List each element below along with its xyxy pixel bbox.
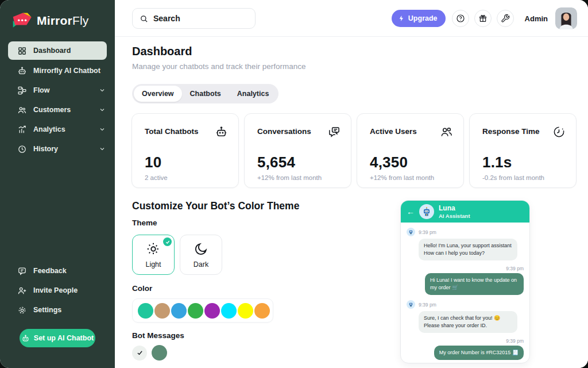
back-arrow-icon[interactable]: ← <box>407 208 415 216</box>
search-box[interactable] <box>132 8 256 29</box>
brand-logo: MirrorFly <box>0 0 115 30</box>
bot-message-meta: 9:39 pm <box>407 300 524 309</box>
moon-icon <box>194 241 208 256</box>
bot-message-bubble: Hello! I'm Luna, your support assistant … <box>419 239 517 260</box>
sidebar-item-label: Analytics <box>33 125 65 133</box>
color-swatch[interactable] <box>204 303 220 319</box>
tab-overview[interactable]: Overview <box>134 86 182 102</box>
sidebar: MirrorFly Dashboard Mirrorfly AI Chatbot… <box>0 0 115 368</box>
color-swatch[interactable] <box>171 303 187 319</box>
color-swatch[interactable] <box>238 303 253 319</box>
chevron-down-icon <box>99 106 106 113</box>
gift-button[interactable] <box>474 10 492 27</box>
sidebar-item-history[interactable]: History <box>0 139 115 159</box>
help-button[interactable] <box>452 10 469 27</box>
robot-icon <box>215 125 228 139</box>
tab-analytics[interactable]: Analytics <box>229 86 277 102</box>
chat-bot-name: Luna <box>439 204 470 213</box>
stat-label: Conversations <box>257 125 311 136</box>
page-subtitle: Manage your chatbots and track their per… <box>132 62 305 71</box>
setup-button-label: Set up AI Chatbot <box>34 334 94 342</box>
upgrade-label: Upgrade <box>408 14 438 22</box>
chat-messages: 9:39 pm Hello! I'm Luna, your support as… <box>401 223 529 360</box>
theme-option-light[interactable]: Light <box>132 235 175 275</box>
stat-label: Response Time <box>482 125 540 136</box>
stat-value: 5,654 <box>257 154 341 171</box>
topbar-actions: Upgrade Admin <box>392 0 577 37</box>
analytics-icon <box>17 125 27 135</box>
theme-selector: Light Dark <box>132 235 222 275</box>
tab-bar: Overview Chatbots Analytics <box>132 84 278 103</box>
chat-header: ← Luna AI Assistant <box>401 201 529 223</box>
check-toggle[interactable] <box>132 346 147 361</box>
sidebar-item-customers[interactable]: Customers <box>0 100 115 120</box>
sidebar-item-label: Customers <box>33 106 71 114</box>
color-swatch[interactable] <box>188 303 203 319</box>
sidebar-item-label: History <box>33 145 58 153</box>
search-icon <box>140 14 148 23</box>
color-swatch[interactable] <box>221 303 237 319</box>
main-area: Upgrade Admin Dashboard Manage your c <box>115 0 588 368</box>
bot-messages-label: Bot Messages <box>132 331 184 340</box>
theme-option-dark[interactable]: Dark <box>180 235 222 275</box>
user-name: Admin <box>525 14 548 23</box>
upgrade-button[interactable]: Upgrade <box>392 10 446 27</box>
stat-card-total-chatbots: Total Chatbots 10 2 active <box>131 113 239 188</box>
color-swatch[interactable] <box>138 303 153 319</box>
stat-cards: Total Chatbots 10 2 active Conversations… <box>131 113 577 188</box>
check-icon <box>137 350 143 356</box>
selected-check-icon <box>163 237 172 246</box>
bot-message-bubble: Sure, I can check that for you! 😊 Please… <box>419 311 517 333</box>
topbar: Upgrade Admin <box>115 0 588 37</box>
chat-preview-widget: ← Luna AI Assistant 9:39 pm Hello! I'm L… <box>400 200 530 363</box>
tools-button[interactable] <box>497 10 514 27</box>
chevron-down-icon <box>99 145 106 152</box>
bot-message-meta: 9:39 pm <box>407 228 524 236</box>
robot-icon <box>17 66 27 76</box>
user-avatar[interactable] <box>555 7 577 29</box>
bot-message-color-row <box>132 345 167 361</box>
bot-message-color-swatch[interactable] <box>152 345 167 361</box>
sidebar-item-flow[interactable]: Flow <box>0 80 115 100</box>
stat-subtext: +12% from last month <box>370 174 453 181</box>
mirrorfly-logo-icon <box>10 12 32 30</box>
brand-name: MirrorFly <box>37 14 88 28</box>
sidebar-item-invite-people[interactable]: Invite People <box>0 281 115 300</box>
settings-gear-icon <box>17 305 27 315</box>
color-label: Color <box>132 284 152 293</box>
bot-avatar-small <box>407 300 415 309</box>
content: Dashboard Manage your chatbots and track… <box>115 37 588 368</box>
sidebar-item-dashboard[interactable]: Dashboard <box>8 41 107 60</box>
help-icon <box>456 14 465 23</box>
sidebar-item-ai-chatbot[interactable]: Mirrorfly AI Chatbot <box>0 61 115 80</box>
sidebar-footer-nav: Feedback Invite People Settings <box>0 261 115 320</box>
color-swatch[interactable] <box>154 303 170 319</box>
setup-ai-chatbot-button[interactable]: Set up AI Chatbot <box>20 329 95 347</box>
color-swatch[interactable] <box>254 303 270 319</box>
app-window: MirrorFly Dashboard Mirrorfly AI Chatbot… <box>0 0 588 368</box>
gift-icon <box>478 14 488 23</box>
stat-label: Total Chatbots <box>145 125 199 136</box>
history-icon <box>17 144 27 154</box>
users-icon <box>440 125 453 139</box>
sidebar-item-settings[interactable]: Settings <box>0 300 115 320</box>
page-title: Dashboard <box>132 45 192 58</box>
invite-person-icon <box>17 286 27 296</box>
message-time: 9:39 pm <box>407 266 524 271</box>
sidebar-nav: Dashboard Mirrorfly AI Chatbot Flow Cu <box>0 41 115 159</box>
sidebar-item-feedback[interactable]: Feedback <box>0 261 115 281</box>
tab-chatbots[interactable]: Chatbots <box>182 86 229 102</box>
customers-icon <box>17 105 27 115</box>
search-input[interactable] <box>153 14 248 23</box>
robot-icon <box>21 334 30 343</box>
bot-avatar-small <box>407 228 415 236</box>
sidebar-item-label: Mirrorfly AI Chatbot <box>33 67 100 75</box>
sun-icon <box>146 241 161 256</box>
color-swatch-picker <box>132 298 273 323</box>
stat-subtext: -0.2s from last month <box>482 174 566 181</box>
chevron-down-icon <box>99 87 106 94</box>
sidebar-item-analytics[interactable]: Analytics <box>0 120 115 139</box>
wrench-icon <box>501 14 510 23</box>
stat-label: Active Users <box>370 125 417 136</box>
bolt-icon <box>398 15 405 22</box>
